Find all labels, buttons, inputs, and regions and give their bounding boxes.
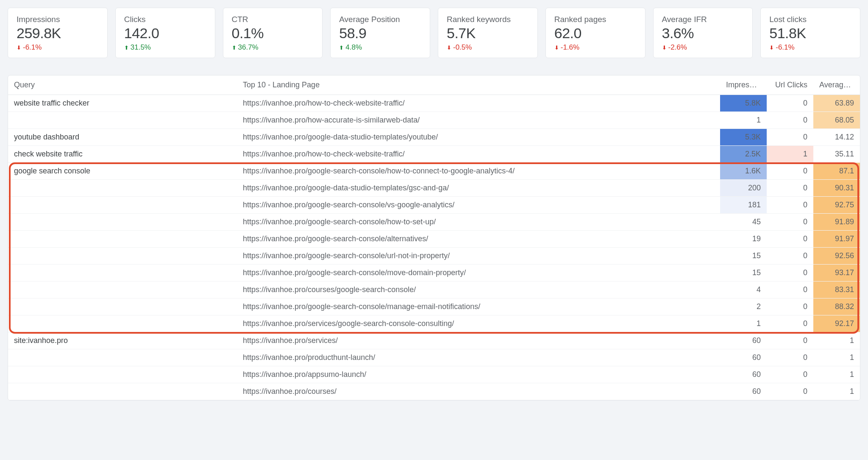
cell-url-clicks: 0 [767,332,813,349]
cell-average-position: 92.56 [813,248,860,265]
col-header-impressions[interactable]: Impressions [720,75,767,95]
col-header-url-clicks[interactable]: Url Clicks [767,75,813,95]
table-row[interactable]: google search consolehttps://ivanhoe.pro… [8,163,860,180]
cell-url-clicks: 0 [767,298,813,315]
cell-landing-page[interactable]: https://ivanhoe.pro/google-search-consol… [237,231,720,248]
cell-query: google search console [8,163,237,180]
table-row[interactable]: https://ivanhoe.pro/google-search-consol… [8,231,860,248]
cell-url-clicks: 0 [767,180,813,197]
cell-query: check website traffic [8,146,237,163]
metric-value: 259.8K [17,25,99,42]
table-row[interactable]: https://ivanhoe.pro/google-search-consol… [8,214,860,231]
arrow-down-icon: ⬇ [769,45,774,51]
table-row[interactable]: site:ivanhoe.prohttps://ivanhoe.pro/serv… [8,332,860,349]
cell-average-position: 83.31 [813,282,860,298]
table-row[interactable]: check website traffichttps://ivanhoe.pro… [8,146,860,163]
cell-landing-page[interactable]: https://ivanhoe.pro/google-search-consol… [237,265,720,282]
cell-url-clicks: 0 [767,214,813,231]
metric-value: 51.8K [769,25,851,42]
cell-landing-page[interactable]: https://ivanhoe.pro/google-search-consol… [237,163,720,180]
cell-landing-page[interactable]: https://ivanhoe.pro/how-accurate-is-simi… [237,112,720,129]
cell-landing-page[interactable]: https://ivanhoe.pro/google-search-consol… [237,248,720,265]
cell-query [8,112,237,129]
metrics-row: Impressions259.8K⬇-6.1%Clicks142.0⬆31.5%… [8,8,860,58]
table-row[interactable]: https://ivanhoe.pro/google-data-studio-t… [8,180,860,197]
metric-label: Lost clicks [769,15,851,24]
metric-change: ⬇-2.6% [662,43,744,52]
arrow-down-icon: ⬇ [662,45,667,51]
cell-landing-page[interactable]: https://ivanhoe.pro/appsumo-launch/ [237,366,720,383]
table-row[interactable]: https://ivanhoe.pro/producthunt-launch/6… [8,349,860,366]
cell-impressions: 60 [720,366,767,383]
cell-query [8,315,237,332]
cell-average-position: 1 [813,366,860,383]
cell-landing-page[interactable]: https://ivanhoe.pro/services/google-sear… [237,315,720,332]
cell-average-position: 91.97 [813,231,860,248]
cell-query [8,298,237,315]
table-row[interactable]: website traffic checkerhttps://ivanhoe.p… [8,95,860,112]
metric-change: ⬆4.8% [339,43,421,52]
metric-card[interactable]: Impressions259.8K⬇-6.1% [8,8,108,58]
cell-landing-page[interactable]: https://ivanhoe.pro/courses/ [237,383,720,400]
cell-landing-page[interactable]: https://ivanhoe.pro/how-to-check-website… [237,95,720,112]
table-row[interactable]: https://ivanhoe.pro/courses/google-searc… [8,282,860,298]
table-row[interactable]: https://ivanhoe.pro/google-search-consol… [8,197,860,214]
cell-landing-page[interactable]: https://ivanhoe.pro/courses/google-searc… [237,282,720,298]
cell-query [8,197,237,214]
table-row[interactable]: https://ivanhoe.pro/google-search-consol… [8,298,860,315]
metric-card[interactable]: Ranked pages62.0⬇-1.6% [545,8,645,58]
table-row[interactable]: https://ivanhoe.pro/appsumo-launch/6001 [8,366,860,383]
metric-card[interactable]: Clicks142.0⬆31.5% [115,8,215,58]
cell-average-position: 63.89 [813,95,860,112]
metric-value: 142.0 [124,25,206,42]
col-header-average-position[interactable]: Average Po… [813,75,860,95]
metric-value: 5.7K [447,25,529,42]
table-row[interactable]: https://ivanhoe.pro/courses/6001 [8,383,860,400]
cell-landing-page[interactable]: https://ivanhoe.pro/how-to-check-website… [237,146,720,163]
cell-impressions: 5.3K [720,129,767,146]
cell-average-position: 91.89 [813,214,860,231]
metric-card[interactable]: CTR0.1%⬆36.7% [223,8,323,58]
cell-average-position: 93.17 [813,265,860,282]
metric-card[interactable]: Average IFR3.6%⬇-2.6% [653,8,753,58]
metric-value: 58.9 [339,25,421,42]
col-header-landing-page[interactable]: Top 10 - Landing Page [237,75,720,95]
metric-value: 0.1% [232,25,314,42]
cell-average-position: 1 [813,332,860,349]
cell-landing-page[interactable]: https://ivanhoe.pro/google-search-consol… [237,197,720,214]
cell-landing-page[interactable]: https://ivanhoe.pro/google-search-consol… [237,214,720,231]
cell-landing-page[interactable]: https://ivanhoe.pro/google-search-consol… [237,298,720,315]
table-row[interactable]: https://ivanhoe.pro/services/google-sear… [8,315,860,332]
cell-landing-page[interactable]: https://ivanhoe.pro/services/ [237,332,720,349]
arrow-down-icon: ⬇ [554,45,559,51]
metric-card[interactable]: Ranked keywords5.7K⬇-0.5% [438,8,538,58]
cell-url-clicks: 0 [767,95,813,112]
metric-change: ⬇-0.5% [447,43,529,52]
col-header-query[interactable]: Query [8,75,237,95]
data-table: Query Top 10 - Landing Page Impressions … [8,75,860,400]
cell-impressions: 60 [720,349,767,366]
table-row[interactable]: https://ivanhoe.pro/google-search-consol… [8,248,860,265]
cell-impressions: 15 [720,265,767,282]
cell-landing-page[interactable]: https://ivanhoe.pro/producthunt-launch/ [237,349,720,366]
cell-query: youtube dashboard [8,129,237,146]
cell-landing-page[interactable]: https://ivanhoe.pro/google-data-studio-t… [237,180,720,197]
cell-query [8,282,237,298]
table-row[interactable]: https://ivanhoe.pro/google-search-consol… [8,265,860,282]
cell-impressions: 4 [720,282,767,298]
table-row[interactable]: youtube dashboardhttps://ivanhoe.pro/goo… [8,129,860,146]
metric-change: ⬇-1.6% [554,43,637,52]
cell-query [8,366,237,383]
metric-card[interactable]: Average Position58.9⬆4.8% [330,8,430,58]
cell-impressions: 1.6K [720,163,767,180]
cell-landing-page[interactable]: https://ivanhoe.pro/google-data-studio-t… [237,129,720,146]
cell-url-clicks: 0 [767,366,813,383]
cell-url-clicks: 0 [767,383,813,400]
table-row[interactable]: https://ivanhoe.pro/how-accurate-is-simi… [8,112,860,129]
cell-query [8,214,237,231]
cell-impressions: 181 [720,197,767,214]
metric-card[interactable]: Lost clicks51.8K⬇-6.1% [760,8,860,58]
metric-change: ⬆36.7% [232,43,314,52]
cell-average-position: 1 [813,349,860,366]
arrow-up-icon: ⬆ [232,45,236,51]
